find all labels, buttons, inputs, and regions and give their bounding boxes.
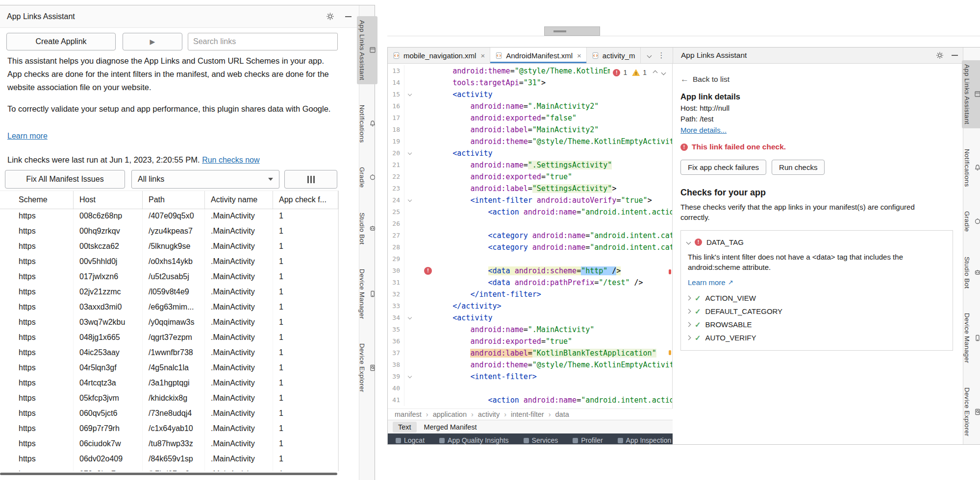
bottom-tab[interactable]: Text [393, 422, 417, 432]
code-line[interactable]: 17 android:exported="false" [388, 112, 672, 124]
table-row[interactable]: https04ic253aay/1wwnfbr738.MainActivity1 [0, 346, 338, 361]
fold-icon[interactable] [408, 92, 412, 96]
breadcrumb-item[interactable]: intent-filter [511, 410, 544, 418]
code-line[interactable]: 18 android:label="MainActivity2" [388, 124, 672, 136]
table-row[interactable]: https02jv21zzmc/l059v8t4e9.MainActivity1 [0, 285, 338, 300]
table-row[interactable]: https04r5lqn3gf/4g5nalc1la.MainActivity1 [0, 361, 338, 376]
column-header[interactable]: Path [143, 191, 205, 209]
column-header[interactable]: Host [74, 191, 143, 209]
table-row[interactable]: https069p7r79rh/c1x64yab10.MainActivity1 [0, 422, 338, 437]
minimize-icon[interactable] [952, 55, 958, 56]
code-line[interactable]: 28 <category android:name="android.inten… [388, 241, 672, 253]
minimize-icon[interactable] [345, 16, 352, 17]
code-line[interactable]: 38 android:theme="@style/Theme.KotlinEmp… [388, 359, 672, 371]
passed-check-row[interactable]: ✓BROWSABLE [687, 318, 946, 331]
code-line[interactable]: 32 </intent-filter> [388, 288, 672, 300]
gear-icon[interactable] [326, 12, 334, 21]
strip-item-gradle[interactable]: Gradle [962, 207, 980, 236]
bottom-tab[interactable]: Merged Manifest [419, 422, 482, 432]
code-line[interactable]: 30! <data android:scheme="http" /> [388, 265, 672, 277]
code-line[interactable]: 16 android:name=".MainActivity2" [388, 100, 672, 112]
passed-check-row[interactable]: ✓DEFAULT_CATEGORY [687, 305, 946, 318]
strip-item-studio-bot[interactable]: Studio Bot [962, 253, 980, 292]
fold-icon[interactable] [408, 198, 412, 202]
table-row[interactable]: https05kfcp3jvm/khidckix8g.MainActivity1 [0, 391, 338, 407]
table-row[interactable]: https06ciudok7w/tu87hwp33z.MainActivity1 [0, 437, 338, 452]
table-row[interactable]: https017jwlxzn6/u5t2usab5j.MainActivity1 [0, 270, 338, 285]
code-line[interactable]: 33 </activity> [388, 300, 672, 312]
code-line[interactable]: 25 <action android:name="android.intent.… [388, 206, 672, 218]
fold-icon[interactable] [408, 374, 412, 378]
code-line[interactable]: 40 [388, 383, 672, 394]
table-row[interactable]: https00hq9zrkqv/yzu4kpeas7.MainActivity1 [0, 224, 338, 240]
table-row[interactable]: https008c6z68np/407e09q5x0.MainActivity1 [0, 209, 338, 224]
code-line[interactable]: 27 <category android:name="android.inten… [388, 230, 672, 241]
horizontal-scrollbar[interactable] [0, 473, 337, 475]
breadcrumb-item[interactable]: manifest [395, 410, 422, 418]
code-line[interactable]: 31 <data android:pathPrefix="/test" /> [388, 277, 672, 288]
gear-icon[interactable] [936, 51, 944, 59]
code-line[interactable]: 20 <activity [388, 147, 672, 159]
table-row[interactable]: https04rtcqtz3a/3a1hgptqgi.MainActivity1 [0, 376, 338, 391]
code-line[interactable]: 34 <activity [388, 312, 672, 324]
code-line[interactable]: 14 tools:targetApi="31"> [388, 77, 672, 89]
tabs-overflow-chevron-icon[interactable] [647, 53, 652, 58]
passed-check-row[interactable]: ✓ACTION_VIEW [687, 291, 946, 305]
prev-issue-icon[interactable] [653, 70, 658, 75]
code-line[interactable]: 23 android:label="SettingsActivity"> [388, 183, 672, 194]
error-count-icon[interactable]: ! [613, 69, 620, 76]
editor-tab[interactable]: activity_m [587, 48, 641, 63]
warning-count-icon[interactable]: ! [632, 69, 640, 76]
learn-more-link[interactable]: Learn more [7, 132, 48, 141]
search-input[interactable] [188, 33, 338, 50]
strip-item-device-manager[interactable]: Device Manager [357, 265, 377, 323]
links-filter-dropdown[interactable]: All links [131, 170, 279, 189]
error-icon[interactable]: ! [424, 267, 432, 275]
column-header[interactable]: App check f... [273, 191, 338, 209]
code-line[interactable]: 22 android:exported="true" [388, 171, 672, 183]
run-applink-button[interactable]: ▶ [123, 33, 182, 50]
fold-icon[interactable] [408, 151, 412, 155]
code-line[interactable]: 35 android:name=".MainActivity" [388, 324, 672, 336]
strip-item-device-explorer[interactable]: Device Explorer [357, 339, 377, 396]
error-stripe-mark[interactable] [669, 269, 671, 274]
editor-tab[interactable]: mobile_navigation.xml× [388, 48, 490, 63]
code-line[interactable]: 24 <intent-filter android:autoVerify="tr… [388, 194, 672, 206]
code-editor[interactable]: 13 android:theme="@style/Theme.KotlinEmp… [388, 64, 673, 408]
fold-icon[interactable] [408, 315, 412, 319]
strip-item-notifications[interactable]: Notifications [357, 101, 377, 146]
columns-button[interactable] [284, 170, 337, 189]
fix-app-check-failures-button[interactable]: Fix app check failures [680, 160, 766, 175]
run-checks-button[interactable]: Run checks [772, 160, 825, 175]
breadcrumb-item[interactable]: data [555, 410, 569, 418]
strip-item-device-manager[interactable]: Device Manager [962, 309, 980, 367]
table-row[interactable]: https03axxd3mi0/e6g63mim....MainActivity… [0, 300, 338, 315]
code-line[interactable]: 37 android:label="KotlinBlankTestApplica… [388, 347, 672, 359]
tab-close-icon[interactable]: × [480, 51, 485, 60]
breadcrumb-item[interactable]: activity [478, 410, 500, 418]
code-line[interactable]: 41 <action android:name="android.intent.… [388, 394, 672, 406]
strip-item-notifications[interactable]: Notifications [962, 145, 980, 191]
code-line[interactable]: 39 <intent-filter> [388, 371, 672, 383]
run-checks-now-link[interactable]: Run checks now [202, 156, 259, 164]
table-row[interactable]: https06dv02o409/84k659v1sp.MainActivity1 [0, 452, 338, 467]
tool-window-button[interactable]: Logcat [396, 436, 425, 444]
code-line[interactable]: 36 android:exported="true" [388, 336, 672, 347]
more-details-link[interactable]: More details... [680, 126, 727, 134]
code-line[interactable]: 19 android:theme="@style/Theme.KotlinEmp… [388, 136, 672, 147]
strip-item-studio-bot[interactable]: Studio Bot [357, 209, 377, 248]
code-line[interactable]: 29 [388, 253, 672, 265]
code-line[interactable]: 21 android:name=".SettingsActivity" [388, 159, 672, 171]
back-to-list[interactable]: ← Back to list [680, 74, 953, 84]
table-row[interactable]: https00tskcza62/5lknugk9se.MainActivity1 [0, 240, 338, 255]
learn-more-link[interactable]: Learn more [688, 278, 726, 287]
tool-window-button[interactable]: Services [524, 436, 558, 444]
table-row[interactable]: https079g9luv7w/h7bd07ox3y.MainActivity1 [0, 467, 338, 471]
code-line[interactable]: 26 [388, 218, 672, 230]
column-header[interactable]: Activity name [205, 191, 273, 209]
failed-check-row[interactable]: !DATA_TAG [687, 236, 946, 249]
strip-item-device-explorer[interactable]: Device Explorer [962, 384, 980, 440]
tool-window-button[interactable]: App Quality Insights [439, 436, 509, 444]
warning-stripe-mark[interactable] [669, 350, 671, 355]
tab-close-icon[interactable]: × [577, 51, 581, 60]
